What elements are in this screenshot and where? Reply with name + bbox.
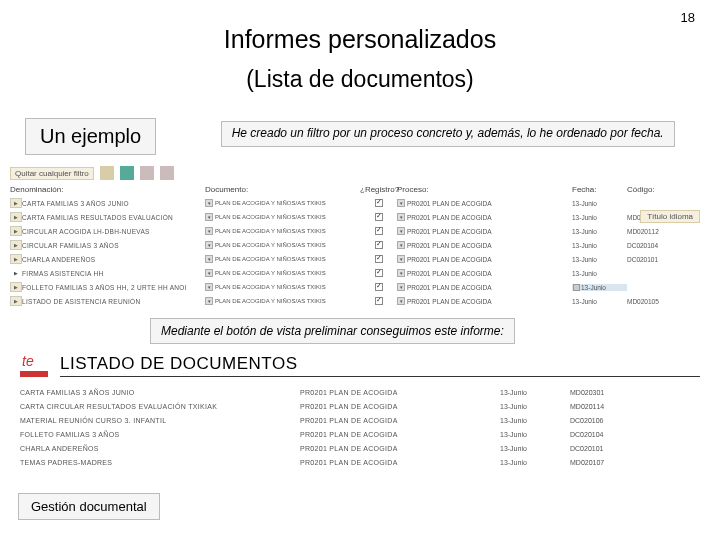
table-row[interactable]: CARTA FAMILIAS RESULTADOS EVALUACIÓNPLAN… [10,210,710,224]
r-fecha: 13-Junio [500,417,570,424]
cell-proc[interactable]: PR0201 PLAN DE ACOGIDA [397,241,572,249]
dropdown-icon[interactable] [205,283,213,291]
cell-reg[interactable] [360,241,397,250]
cell-reg[interactable] [360,213,397,222]
page-number: 18 [681,10,695,25]
checkbox-icon[interactable] [375,199,383,207]
dropdown-icon[interactable] [397,255,405,263]
table-row[interactable]: FOLLETO FAMILIAS 3 AÑOS HH, 2 URTE HH AN… [10,280,710,294]
cell-fecha[interactable]: 13-Junio [572,298,627,305]
dropdown-icon[interactable] [397,241,405,249]
cell-fecha[interactable]: 13-Junio [572,242,627,249]
cell-fecha[interactable]: 13-Junio [572,214,627,221]
r-denom: TEMAS PADRES-MADRES [20,459,300,466]
app-screenshot: Quitar cualquier filtro Denominación: Do… [10,163,710,308]
cell-proc[interactable]: PR0201 PLAN DE ACOGIDA [397,227,572,235]
checkbox-icon[interactable] [375,269,383,277]
calendar-icon[interactable] [573,284,580,291]
dropdown-icon[interactable] [205,269,213,277]
checkbox-icon[interactable] [375,213,383,221]
cell-reg[interactable] [360,199,397,208]
table-row[interactable]: FIRMAS ASISTENCIA HHPLAN DE ACOGIDA Y NI… [10,266,710,280]
dropdown-icon[interactable] [397,283,405,291]
preview-icon[interactable] [120,166,134,180]
table-row[interactable]: LISTADO DE ASISTENCIA REUNIÓNPLAN DE ACO… [10,294,710,308]
slide-title: Informes personalizados [0,25,720,54]
dropdown-icon[interactable] [397,297,405,305]
cell-reg[interactable] [360,269,397,278]
report-row: TEMAS PADRES-MADRESPR0201 PLAN DE ACOGID… [20,455,700,469]
cell-proc[interactable]: PR0201 PLAN DE ACOGIDA [397,297,572,305]
cell-fecha[interactable]: 13-Junio [572,200,627,207]
checkbox-icon[interactable] [375,227,383,235]
cell-reg[interactable] [360,283,397,292]
cell-proc[interactable]: PR0201 PLAN DE ACOGIDA [397,269,572,277]
cell-doc[interactable]: PLAN DE ACOGIDA Y NIÑOS/AS TXIKIS [205,227,360,235]
remove-filter-button[interactable]: Quitar cualquier filtro [10,167,94,180]
r-codigo: DC020104 [570,431,640,438]
r-codigo: MD020107 [570,459,640,466]
binoculars-icon[interactable] [100,166,114,180]
cell-codigo: MD020105 [627,298,682,305]
cell-codigo: DC020101 [627,256,682,263]
dropdown-icon[interactable] [397,199,405,207]
r-denom: CARTA FAMILIAS 3 AÑOS JUNIO [20,389,300,396]
cell-codigo: DC020104 [627,242,682,249]
checkbox-icon[interactable] [375,297,383,305]
dropdown-icon[interactable] [397,269,405,277]
col-doc: Documento: [205,185,360,194]
table-row[interactable]: CHARLA ANDEREÑOSPLAN DE ACOGIDA Y NIÑOS/… [10,252,710,266]
cell-doc[interactable]: PLAN DE ACOGIDA Y NIÑOS/AS TXIKIS [205,213,360,221]
row-marker-icon [10,212,22,222]
row-marker-icon [10,282,22,292]
checkbox-icon[interactable] [375,241,383,249]
cell-proc[interactable]: PR0201 PLAN DE ACOGIDA [397,255,572,263]
dropdown-icon[interactable] [205,297,213,305]
cell-reg[interactable] [360,297,397,306]
dropdown-icon[interactable] [205,227,213,235]
report-row: CARTA CIRCULAR RESULTADOS EVALUACIÓN TXI… [20,399,700,413]
row-marker-icon [10,226,22,236]
cell-fecha[interactable]: 13-Junio [572,256,627,263]
dropdown-icon[interactable] [205,241,213,249]
cell-doc[interactable]: PLAN DE ACOGIDA Y NIÑOS/AS TXIKIS [205,283,360,291]
cell-doc[interactable]: PLAN DE ACOGIDA Y NIÑOS/AS TXIKIS [205,297,360,305]
r-denom: FOLLETO FAMILIAS 3 AÑOS [20,431,300,438]
cell-fecha[interactable]: 13-Junio [572,284,627,291]
cell-fecha[interactable]: 13-Junio [572,270,627,277]
table-row[interactable]: CIRCULAR FAMILIAS 3 AÑOSPLAN DE ACOGIDA … [10,238,710,252]
dropdown-icon[interactable] [397,213,405,221]
report-header: LISTADO DE DOCUMENTOS [10,352,710,379]
report-row: CHARLA ANDEREÑOSPR0201 PLAN DE ACOGIDA13… [20,441,700,455]
r-proc: PR0201 PLAN DE ACOGIDA [300,403,500,410]
table-row[interactable]: CIRCULAR ACOGIDA LH-DBH-NUEVASPLAN DE AC… [10,224,710,238]
report-title: LISTADO DE DOCUMENTOS [60,354,700,377]
cell-proc[interactable]: PR0201 PLAN DE ACOGIDA [397,213,572,221]
cell-reg[interactable] [360,227,397,236]
r-denom: CHARLA ANDEREÑOS [20,445,300,452]
cell-proc[interactable]: PR0201 PLAN DE ACOGIDA [397,283,572,291]
cell-denom: FIRMAS ASISTENCIA HH [22,270,205,277]
cell-fecha[interactable]: 13-Junio [572,228,627,235]
table-row[interactable]: CARTA FAMILIAS 3 AÑOS JUNIOPLAN DE ACOGI… [10,196,710,210]
dropdown-icon[interactable] [205,199,213,207]
cell-reg[interactable] [360,255,397,264]
cell-doc[interactable]: PLAN DE ACOGIDA Y NIÑOS/AS TXIKIS [205,269,360,277]
checkbox-icon[interactable] [375,255,383,263]
cell-doc[interactable]: PLAN DE ACOGIDA Y NIÑOS/AS TXIKIS [205,255,360,263]
cell-proc[interactable]: PR0201 PLAN DE ACOGIDA [397,199,572,207]
row-marker-icon [10,268,22,278]
dropdown-icon[interactable] [205,255,213,263]
dropdown-icon[interactable] [205,213,213,221]
col-codigo: Código: [627,185,682,194]
page-icon[interactable] [140,166,154,180]
dropdown-icon[interactable] [397,227,405,235]
r-codigo: MD020114 [570,403,640,410]
r-fecha: 13-Junio [500,431,570,438]
checkbox-icon[interactable] [375,283,383,291]
r-proc: PR0201 PLAN DE ACOGIDA [300,459,500,466]
titulo-idioma-button[interactable]: Título idioma [640,210,700,223]
cell-doc[interactable]: PLAN DE ACOGIDA Y NIÑOS/AS TXIKIS [205,199,360,207]
cell-doc[interactable]: PLAN DE ACOGIDA Y NIÑOS/AS TXIKIS [205,241,360,249]
page-icon-2[interactable] [160,166,174,180]
